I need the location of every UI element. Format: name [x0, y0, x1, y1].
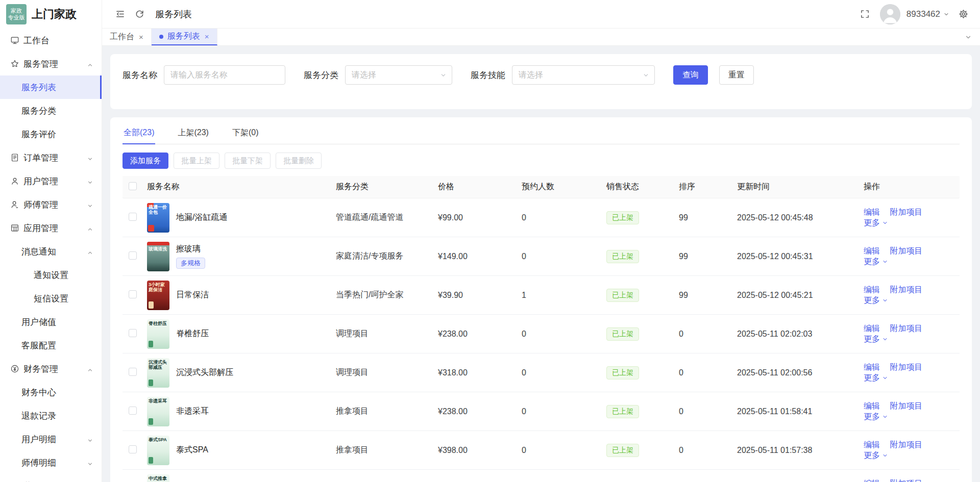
row-checkbox[interactable] [129, 407, 137, 415]
addon-items-link[interactable]: 附加项目 [890, 362, 922, 373]
app-root: 家政 专业版 上门家政 工作台服务管理服务列表服务分类服务评价订单管理用户管理师… [0, 0, 980, 482]
addon-items-link[interactable]: 附加项目 [890, 285, 922, 295]
sidebar-item-finance-center[interactable]: 财务中心 [0, 380, 102, 404]
service-price: ¥39.90 [438, 291, 522, 300]
service-name: 泰式SPA [176, 445, 208, 455]
row-checkbox[interactable] [129, 251, 137, 260]
user-menu[interactable]: 8933462 [906, 9, 949, 19]
sidebar-item-service-category[interactable]: 服务分类 [0, 99, 102, 122]
service-name: 非遗采耳 [176, 406, 209, 417]
service-updated: 2025-05-11 01:58:41 [737, 407, 864, 416]
sidebar-item-finance-management[interactable]: 财务管理 [0, 357, 102, 380]
edit-link[interactable]: 编辑 [864, 362, 880, 373]
row-checkbox[interactable] [129, 445, 137, 453]
row-checkbox[interactable] [129, 329, 137, 337]
row-checkbox[interactable] [129, 290, 137, 298]
more-link[interactable]: 更多 [864, 257, 888, 267]
edit-link[interactable]: 编辑 [864, 323, 880, 334]
service-price: ¥398.00 [438, 446, 522, 455]
table-row-spine-relax: 脊柱舒压 脊椎舒压 调理项目 ¥238.00 0 已上架 0 2025-05-1… [122, 315, 960, 353]
batch-delete-button[interactable]: 批量删除 [276, 153, 322, 169]
more-link[interactable]: 更多 [864, 412, 888, 422]
sidebar-item-label: 服务管理 [23, 58, 58, 70]
service-name-input[interactable] [164, 65, 285, 85]
more-link[interactable]: 更多 [864, 450, 888, 461]
sidebar-item-user-stored-value[interactable]: 用户储值 [0, 310, 102, 334]
service-thumbnail: 非遗采耳 [147, 397, 169, 426]
list-tab-off-shelf[interactable]: 下架(0) [231, 122, 260, 144]
avatar[interactable] [880, 4, 900, 24]
edit-link[interactable]: 编辑 [864, 207, 880, 218]
sidebar-item-label: 用户管理 [23, 175, 58, 187]
row-checkbox[interactable] [129, 213, 137, 221]
more-link[interactable]: 更多 [864, 373, 888, 384]
fullscreen-icon[interactable] [860, 9, 871, 20]
sidebar-item-sms-settings[interactable]: 短信设置 [0, 287, 102, 310]
batch-off-shelf-button[interactable]: 批量下架 [225, 153, 271, 169]
collapse-menu-icon[interactable] [114, 9, 126, 20]
service-category: 当季热门/呵护全家 [336, 290, 438, 300]
add-service-button[interactable]: 添加服务 [122, 153, 168, 169]
sidebar-item-master-management[interactable]: 师傅管理 [0, 193, 102, 216]
service-category: 调理项目 [336, 328, 438, 339]
search-button[interactable]: 查询 [673, 65, 708, 85]
sidebar-item-service-management[interactable]: 服务管理 [0, 52, 102, 75]
refresh-icon[interactable] [134, 9, 145, 20]
sidebar-item-master-details[interactable]: 师傅明细 [0, 451, 102, 474]
category-select[interactable]: 请选择 [345, 65, 452, 85]
sidebar-item-refund-records[interactable]: 退款记录 [0, 404, 102, 427]
list-tab-on-shelf[interactable]: 上架(23) [177, 122, 209, 144]
batch-on-shelf-button[interactable]: 批量上架 [174, 153, 219, 169]
edit-link[interactable]: 编辑 [864, 285, 880, 295]
thumbnail-caption: 疏通一价全包 [149, 205, 168, 216]
tab-service-list[interactable]: 服务列表× [152, 29, 217, 45]
select-all-checkbox[interactable] [129, 182, 137, 190]
sidebar-item-service-review[interactable]: 服务评价 [0, 122, 102, 146]
service-bookings: 0 [522, 213, 606, 222]
sidebar-item-order-management[interactable]: 订单管理 [0, 146, 102, 169]
edit-link[interactable]: 编辑 [864, 440, 880, 450]
sidebar-item-service-list[interactable]: 服务列表 [0, 75, 102, 99]
sidebar-item-notice-settings[interactable]: 通知设置 [0, 263, 102, 287]
gear-icon[interactable] [958, 9, 969, 20]
tab-workbench[interactable]: 工作台× [102, 29, 152, 45]
more-link[interactable]: 更多 [864, 334, 888, 345]
service-sort: 99 [679, 213, 737, 222]
service-thumbnail: 中式推拿 [147, 474, 169, 482]
sidebar-item-message-notice[interactable]: 消息通知 [0, 240, 102, 263]
edit-link[interactable]: 编辑 [864, 246, 880, 257]
addon-items-link[interactable]: 附加项目 [890, 207, 922, 218]
row-checkbox[interactable] [129, 368, 137, 376]
addon-items-link[interactable]: 附加项目 [890, 401, 922, 412]
edit-link[interactable]: 编辑 [864, 401, 880, 412]
close-tab-icon[interactable]: × [139, 33, 143, 41]
sidebar-item-app-management[interactable]: 应用管理 [0, 216, 102, 240]
more-link[interactable]: 更多 [864, 295, 888, 306]
addon-items-link[interactable]: 附加项目 [890, 478, 922, 482]
addon-items-link[interactable]: 附加项目 [890, 246, 922, 257]
sidebar-item-decoration-management[interactable]: 装修管理 [0, 474, 102, 482]
monitor-icon [10, 36, 19, 45]
chevron-down-icon [882, 220, 888, 226]
service-name: 脊椎舒压 [176, 328, 209, 339]
sidebar-item-customer-service-config[interactable]: 客服配置 [0, 334, 102, 357]
sidebar-item-user-management[interactable]: 用户管理 [0, 169, 102, 193]
list-tab-all[interactable]: 全部(23) [122, 122, 155, 144]
close-tab-icon[interactable]: × [205, 32, 209, 41]
edit-link[interactable]: 编辑 [864, 478, 880, 482]
skill-select[interactable]: 请选择 [512, 65, 655, 85]
reset-button[interactable]: 重置 [719, 65, 754, 85]
addon-items-link[interactable]: 附加项目 [890, 440, 922, 450]
skill-select-placeholder: 请选择 [519, 70, 543, 81]
tabs-dropdown-chevron-icon[interactable] [965, 29, 972, 45]
sidebar-item-label: 订单管理 [23, 152, 58, 164]
brand: 家政 专业版 上门家政 [0, 0, 102, 29]
chevron-down-icon [643, 72, 649, 79]
col-service-name: 服务名称 [147, 182, 336, 192]
sidebar-item-workbench[interactable]: 工作台 [0, 29, 102, 52]
addon-items-link[interactable]: 附加项目 [890, 323, 922, 334]
more-link[interactable]: 更多 [864, 218, 888, 229]
filter-category-group: 服务分类 请选择 [304, 65, 452, 85]
sidebar-item-user-details[interactable]: 用户明细 [0, 427, 102, 451]
service-name: 地漏/浴缸疏通 [176, 212, 227, 223]
